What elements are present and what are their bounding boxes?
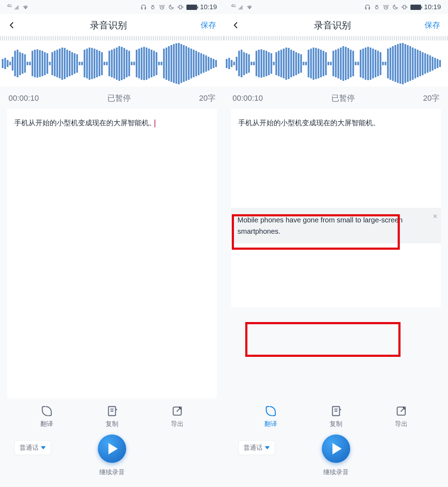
translate-icon [40, 405, 53, 417]
translate-button[interactable]: 翻译 [40, 405, 53, 428]
char-count: 20字 [423, 93, 439, 104]
transcript-card[interactable]: 手机从开始的小型机变成现在的大屏智能机。 × Mobile phones hav… [231, 109, 441, 307]
transcript-text: 手机从开始的小型机变成现在的大屏智能机。 [238, 119, 380, 127]
char-count: 20字 [199, 93, 215, 104]
translate-label: 翻译 [40, 420, 53, 428]
back-button[interactable] [232, 21, 240, 29]
battery-icon [186, 5, 197, 10]
language-selector[interactable]: 普通话 [14, 440, 51, 455]
playback-state: 已暂停 [107, 93, 131, 104]
copy-label: 复制 [106, 420, 118, 428]
wifi-icon [22, 4, 29, 10]
signal-label: 4G [7, 4, 12, 8]
translation-text: Mobile phones have gone from small to la… [237, 216, 403, 235]
action-bar: 翻译 复制 导出 [224, 398, 448, 432]
headphones-icon [364, 4, 371, 10]
close-translation-button[interactable]: × [433, 210, 437, 222]
page-title: 录音识别 [314, 19, 351, 32]
export-button[interactable]: 导出 [395, 405, 408, 428]
save-button[interactable]: 保存 [425, 20, 440, 31]
status-time: 10:19 [424, 3, 441, 11]
dropdown-triangle-icon [41, 446, 46, 449]
status-time: 10:19 [200, 3, 217, 11]
playback-time: 00:00:10 [233, 94, 263, 103]
dropdown-triangle-icon [265, 446, 270, 449]
back-button[interactable] [8, 21, 16, 29]
status-bar: 4G 10:19 [0, 0, 224, 14]
vibrate-icon [177, 4, 184, 10]
signal-bars-icon [238, 4, 244, 10]
waveform[interactable] [0, 40, 224, 87]
translate-icon [264, 405, 277, 417]
save-button[interactable]: 保存 [201, 20, 216, 31]
vibrate-icon [401, 4, 408, 10]
language-label: 普通话 [19, 443, 39, 452]
playback-state: 已暂停 [331, 93, 355, 104]
copy-button[interactable]: 复制 [330, 405, 342, 428]
record-label: 继续录音 [323, 468, 349, 476]
headphones-icon [140, 4, 147, 10]
record-label: 继续录音 [99, 468, 125, 476]
copy-icon [330, 405, 342, 417]
action-bar: 翻译 复制 导出 [0, 398, 224, 432]
footer: 普通话 继续录音 [224, 432, 448, 487]
moon-icon [392, 4, 398, 10]
signal-bars-icon [14, 4, 20, 10]
language-label: 普通话 [243, 443, 263, 452]
svg-point-0 [152, 6, 155, 9]
timeline-ruler [0, 36, 224, 40]
translate-button[interactable]: 翻译 [264, 405, 277, 428]
copy-icon [106, 405, 118, 417]
phone-screen-right: 4G 10:19 录音识别 保存 00:00:10 已暂停 20字 手机从开始的… [224, 0, 448, 487]
page-title: 录音识别 [90, 19, 127, 32]
moon-icon [168, 4, 174, 10]
transcript-card[interactable]: 手机从开始的小型机变成现在的大屏智能机。 [7, 109, 217, 398]
export-label: 导出 [395, 420, 408, 428]
export-button[interactable]: 导出 [171, 405, 184, 428]
play-icon [108, 443, 118, 454]
svg-rect-7 [403, 5, 405, 9]
record-button[interactable] [322, 435, 350, 463]
signal-label: 4G [231, 4, 236, 8]
svg-rect-2 [179, 5, 181, 9]
eye-icon [150, 4, 156, 10]
status-bar: 4G 10:19 [224, 0, 448, 14]
timeline-ruler [224, 36, 448, 40]
language-selector[interactable]: 普通话 [238, 440, 275, 455]
header: 录音识别 保存 [224, 14, 448, 36]
record-button[interactable] [98, 435, 126, 463]
phone-screen-left: 4G 10:19 录音识别 保存 00:00:10 已暂停 20字 手机从开始的… [0, 0, 224, 487]
text-cursor [155, 120, 155, 127]
eye-icon [374, 4, 380, 10]
export-icon [395, 405, 408, 417]
svg-point-5 [376, 6, 379, 9]
export-label: 导出 [171, 420, 184, 428]
transcript-text: 手机从开始的小型机变成现在的大屏智能机。 [14, 119, 156, 127]
wifi-icon [246, 4, 253, 10]
alarm-icon [159, 4, 165, 10]
play-icon [332, 443, 342, 454]
playback-info: 00:00:10 已暂停 20字 [0, 87, 224, 109]
playback-time: 00:00:10 [9, 94, 39, 103]
battery-icon [410, 5, 421, 10]
playback-info: 00:00:10 已暂停 20字 [224, 87, 448, 109]
footer: 普通话 继续录音 [0, 432, 224, 487]
alarm-icon [383, 4, 389, 10]
export-icon [171, 405, 184, 417]
translate-label: 翻译 [264, 420, 277, 428]
translation-panel: × Mobile phones have gone from small to … [231, 208, 441, 243]
copy-button[interactable]: 复制 [106, 405, 118, 428]
copy-label: 复制 [330, 420, 342, 428]
waveform[interactable] [224, 40, 448, 87]
header: 录音识别 保存 [0, 14, 224, 36]
